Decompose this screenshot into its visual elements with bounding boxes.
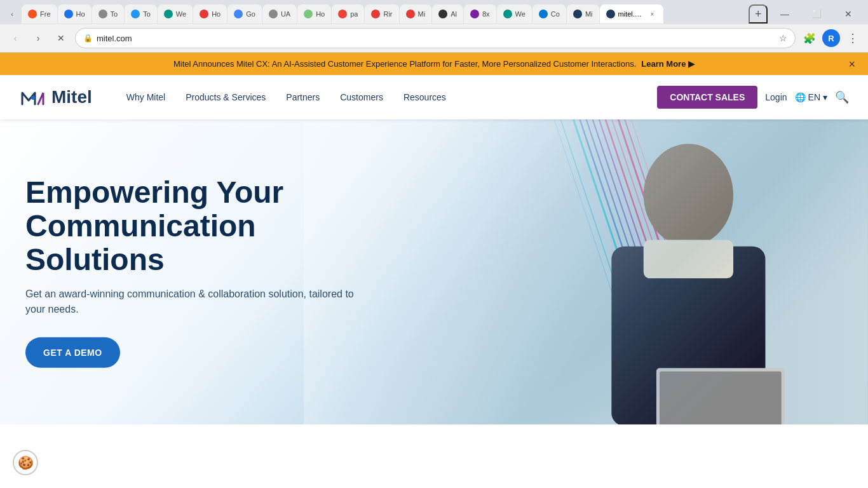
browser-tab-t17[interactable]: Mi: [567, 4, 599, 24]
tab-label: Fre: [40, 10, 51, 18]
tab-favicon: [371, 10, 380, 18]
nav-link-customers[interactable]: Customers: [331, 87, 392, 107]
cookie-icon: 🍪: [18, 455, 34, 470]
minimize-button[interactable]: —: [770, 4, 799, 24]
search-button[interactable]: 🔍: [835, 90, 849, 104]
browser-tab-t3[interactable]: To: [92, 4, 125, 24]
tab-favicon: [470, 10, 479, 18]
get-demo-button[interactable]: GET A DEMO: [25, 337, 120, 368]
logo-text: Mitel: [51, 87, 92, 107]
menu-button[interactable]: ⋮: [844, 29, 862, 47]
tab-label: pa: [350, 10, 358, 18]
tab-favicon: [438, 10, 447, 18]
reload-button[interactable]: ✕: [52, 29, 70, 47]
tab-label: To: [111, 10, 118, 18]
announcement-banner: Mitel Announces Mitel CX: An AI-Assisted…: [0, 53, 868, 75]
tab-label: UA: [281, 10, 290, 18]
tab-label: Al: [451, 10, 457, 18]
forward-button[interactable]: ›: [29, 29, 47, 47]
browser-tab-t18[interactable]: mitel.com×: [600, 4, 663, 24]
tab-favicon: [269, 10, 278, 18]
extensions-button[interactable]: 🧩: [801, 29, 818, 47]
browser-tabs: FreHoToToWeHoGoUAHopaRirMiAl8xWeCoMimite…: [22, 4, 746, 24]
cookie-consent-button[interactable]: 🍪: [13, 450, 38, 475]
back-button[interactable]: ‹: [6, 29, 24, 47]
tab-close-icon[interactable]: ×: [648, 10, 657, 18]
browser-tab-t15[interactable]: We: [497, 4, 532, 24]
browser-nav: ‹ › ✕ 🔒 mitel.com ☆ 🧩 R ⋮: [0, 24, 868, 52]
browser-tab-t7[interactable]: Go: [227, 4, 262, 24]
announcement-close[interactable]: ×: [848, 57, 855, 71]
browser-tab-t9[interactable]: Ho: [297, 4, 331, 24]
tab-label: Ho: [76, 10, 85, 18]
contact-sales-button[interactable]: CONTACT SALES: [657, 86, 757, 109]
nav-link-resources[interactable]: Resources: [395, 87, 455, 107]
nav-actions: CONTACT SALES Login 🌐 EN ▾ 🔍: [657, 86, 849, 109]
tab-scroll-back[interactable]: ‹: [5, 7, 19, 21]
browser-tab-t4[interactable]: To: [125, 4, 157, 24]
browser-tab-t13[interactable]: Al: [432, 4, 463, 24]
browser-tab-t2[interactable]: Ho: [58, 4, 92, 24]
browser-tab-t16[interactable]: Co: [532, 4, 566, 24]
browser-tab-t11[interactable]: Rir: [365, 4, 398, 24]
tab-label: We: [515, 10, 526, 18]
lock-icon: 🔒: [83, 34, 93, 43]
new-tab-button[interactable]: +: [749, 4, 768, 24]
browser-tab-t6[interactable]: Ho: [193, 4, 227, 24]
browser-tab-t5[interactable]: We: [158, 4, 193, 24]
browser-tab-t10[interactable]: pa: [332, 4, 364, 24]
window-controls: — ⬜ ✕: [770, 4, 863, 24]
tab-favicon: [64, 10, 73, 18]
site-wrapper: Mitel Announces Mitel CX: An AI-Assisted…: [0, 53, 868, 424]
tab-label: Mi: [585, 10, 593, 18]
browser-actions: 🧩 R ⋮: [801, 29, 862, 47]
tab-label: To: [143, 10, 151, 18]
tab-label: mitel.com: [618, 10, 645, 18]
maximize-button[interactable]: ⬜: [802, 4, 831, 24]
tab-label: Ho: [212, 10, 220, 18]
tab-favicon: [503, 10, 512, 18]
tab-label: We: [176, 10, 186, 18]
browser-tab-t14[interactable]: 8x: [464, 4, 496, 24]
tab-favicon: [234, 10, 243, 18]
tab-favicon: [606, 10, 615, 18]
chevron-down-icon: ▾: [823, 92, 827, 102]
announcement-text: Mitel Announces Mitel CX: An AI-Assisted…: [173, 59, 636, 69]
tab-favicon: [98, 10, 107, 18]
browser-tab-t8[interactable]: UA: [262, 4, 297, 24]
login-link[interactable]: Login: [765, 92, 787, 102]
hero-subtitle: Get an award-winning communication & col…: [25, 287, 356, 317]
tab-label: Co: [551, 10, 560, 18]
tab-favicon: [539, 10, 548, 18]
tab-favicon: [200, 10, 208, 18]
nav-link-why-mitel[interactable]: Why Mitel: [118, 87, 174, 107]
hero-section: Empowering Your Communication Solutions …: [0, 119, 868, 424]
tab-favicon: [573, 10, 582, 18]
nav-links: Why MitelProducts & ServicesPartnersCust…: [118, 87, 658, 107]
browser-tab-t12[interactable]: Mi: [400, 4, 432, 24]
hero-content: Empowering Your Communication Solutions …: [25, 176, 356, 368]
tab-favicon: [338, 10, 347, 18]
browser-tab-t1[interactable]: Fre: [22, 4, 57, 24]
tab-label: 8x: [482, 10, 490, 18]
globe-icon: 🌐: [795, 92, 806, 102]
bookmark-icon[interactable]: ☆: [779, 33, 787, 43]
tab-label: Mi: [418, 10, 426, 18]
close-button[interactable]: ✕: [834, 4, 863, 24]
nav-link-partners[interactable]: Partners: [277, 87, 329, 107]
hero-title: Empowering Your Communication Solutions: [25, 176, 356, 276]
tab-favicon: [406, 10, 415, 18]
tab-label: Go: [246, 10, 255, 18]
tab-label: Ho: [316, 10, 325, 18]
tab-favicon: [131, 10, 140, 18]
browser-chrome: ‹ FreHoToToWeHoGoUAHopaRirMiAl8xWeCoMimi…: [0, 0, 868, 53]
lang-text: EN: [808, 92, 820, 102]
logo[interactable]: Mitel: [19, 86, 92, 109]
nav-link-products-services[interactable]: Products & Services: [177, 87, 275, 107]
announcement-link[interactable]: Learn More ▶: [641, 59, 695, 69]
url-text: mitel.com: [97, 34, 775, 43]
profile-button[interactable]: R: [822, 29, 840, 47]
language-selector[interactable]: 🌐 EN ▾: [795, 92, 827, 102]
tab-favicon: [28, 10, 37, 18]
address-bar[interactable]: 🔒 mitel.com ☆: [75, 28, 796, 48]
